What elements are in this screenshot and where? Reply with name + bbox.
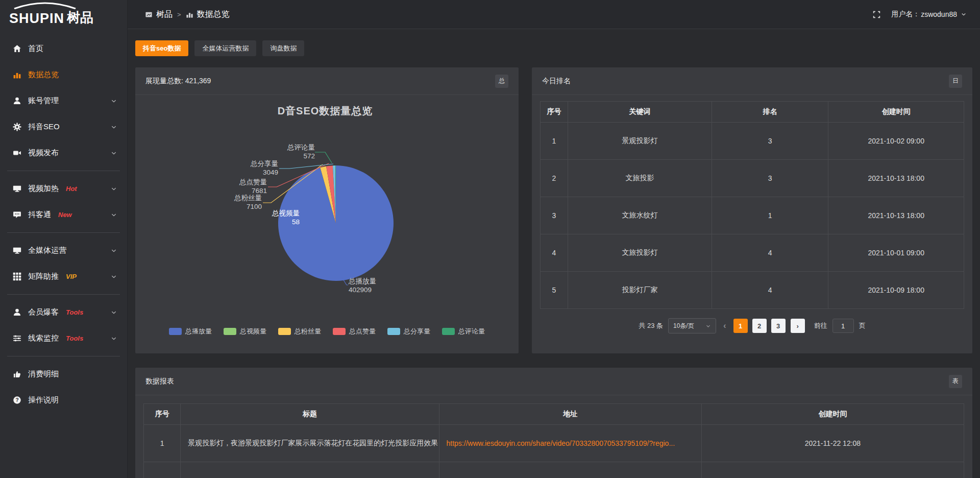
legend-label: 总分享量 xyxy=(404,327,430,336)
table-row: 1景观投影灯32021-10-02 09:00 xyxy=(541,123,964,160)
prev-page-button[interactable]: ‹ xyxy=(721,321,728,331)
sidebar-item-label: 抖客通 xyxy=(28,210,51,220)
chart-legend: 总播放量总视频量总粉丝量总点赞量总分享量总评论量 xyxy=(135,327,519,336)
content: 抖音seo数据全媒体运营数据询盘数据 展现量总数: 421,369 总 D音SE… xyxy=(128,29,980,478)
fullscreen-icon[interactable] xyxy=(872,10,881,19)
legend-item-总评论量[interactable]: 总评论量 xyxy=(442,327,485,336)
sidebar-item-badge: Tools xyxy=(66,308,83,316)
pie-label-value: 572 xyxy=(303,152,315,160)
topbar-right: 用户名： zswodun88 xyxy=(872,10,967,19)
window-icon xyxy=(145,11,153,18)
goto-label: 前往 xyxy=(814,321,827,330)
sidebar-item-label: 线索监控 xyxy=(28,333,59,343)
chevron-down-icon xyxy=(111,309,117,316)
sidebar-item-label: 会员爆客 xyxy=(28,307,59,317)
pie-label-name: 总视频量 xyxy=(272,209,300,217)
chart-icon xyxy=(186,11,193,18)
report-time-cell: 2021-11-22 12:08 xyxy=(701,425,964,462)
goto-page-input[interactable] xyxy=(832,319,854,333)
sidebar-item-label: 首页 xyxy=(28,44,43,54)
sidebar-item-消费明细[interactable]: 消费明细 xyxy=(0,361,127,387)
sidebar-item-线索监控[interactable]: 线索监控Tools xyxy=(0,325,127,351)
username: zswodun88 xyxy=(921,10,957,18)
ranking-cell: 2021-10-09 18:00 xyxy=(828,272,964,309)
top-row: 展现量总数: 421,369 总 D音SEO数据量总览总播放量402909总视频… xyxy=(135,67,972,353)
tab-询盘数据[interactable]: 询盘数据 xyxy=(262,40,304,56)
ranking-cell: 2021-10-13 18:00 xyxy=(828,160,964,197)
page-button-3[interactable]: 3 xyxy=(771,319,786,333)
goto-unit: 页 xyxy=(859,321,866,330)
legend-item-总点赞量[interactable]: 总点赞量 xyxy=(333,327,376,336)
ranking-cell: 2021-10-01 09:00 xyxy=(828,234,964,272)
logo-arc-icon xyxy=(12,2,78,9)
legend-label: 总视频量 xyxy=(240,327,266,336)
pie-label-name: 总点赞量 xyxy=(239,178,267,186)
tab-抖音seo数据[interactable]: 抖音seo数据 xyxy=(135,40,188,56)
chart-icon xyxy=(12,70,21,80)
next-page-button[interactable]: › xyxy=(791,319,805,333)
sidebar-item-label: 数据总览 xyxy=(28,70,59,80)
ranking-cell: 1 xyxy=(712,197,828,234)
chevron-down-icon xyxy=(111,212,117,218)
breadcrumb-label: 树品 xyxy=(156,9,173,20)
user-icon xyxy=(12,308,21,317)
sidebar-item-label: 账号管理 xyxy=(28,96,59,106)
sidebar-item-操作说明[interactable]: ?操作说明 xyxy=(0,387,127,413)
sidebar-item-视频加热[interactable]: 视频加热Hot xyxy=(0,176,127,202)
report-no-cell: 1 xyxy=(144,425,181,462)
ranking-header: 创建时间 xyxy=(828,102,964,123)
report-header: 创建时间 xyxy=(701,404,964,425)
sidebar-item-视频发布[interactable]: 视频发布 xyxy=(0,140,127,166)
breadcrumb-separator: > xyxy=(177,11,181,18)
legend-item-总粉丝量[interactable]: 总粉丝量 xyxy=(278,327,321,336)
breadcrumb-item-树品[interactable]: 树品 xyxy=(145,9,173,20)
home-icon xyxy=(12,44,21,54)
user-menu[interactable]: 用户名： zswodun88 xyxy=(891,10,967,19)
breadcrumb-item-数据总览[interactable]: 数据总览 xyxy=(186,9,230,20)
ranking-table: 序号关键词排名创建时间 1景观投影灯32021-10-02 09:002文旅投影… xyxy=(540,101,964,309)
ranking-header: 序号 xyxy=(541,102,568,123)
overview-badge-button[interactable]: 总 xyxy=(495,75,508,88)
page-button-2[interactable]: 2 xyxy=(752,319,767,333)
user-label: 用户名： xyxy=(891,10,920,19)
ranking-cell: 1 xyxy=(541,123,568,160)
sidebar-item-首页[interactable]: 首页 xyxy=(0,36,127,62)
sidebar-divider xyxy=(7,232,120,233)
report-title: 数据报表 xyxy=(145,377,174,386)
legend-item-总视频量[interactable]: 总视频量 xyxy=(224,327,266,336)
overview-panel: 展现量总数: 421,369 总 D音SEO数据量总览总播放量402909总视频… xyxy=(135,67,519,353)
page-size-select[interactable]: 10条/页 xyxy=(668,318,716,333)
legend-item-总播放量[interactable]: 总播放量 xyxy=(169,327,212,336)
report-cell xyxy=(181,462,439,478)
ranking-badge-button[interactable]: 日 xyxy=(949,75,962,88)
report-badge-button[interactable]: 表 xyxy=(949,375,962,388)
report-panel: 数据报表 表 序号标题地址创建时间 1景观投影灯，夜游景观投影灯厂家展示展示落花… xyxy=(135,368,972,478)
table-row: 1景观投影灯，夜游景观投影灯厂家展示展示落花灯在花园里的灯光投影应用效果 #ht… xyxy=(144,425,964,462)
breadcrumb: 树品>数据总览 xyxy=(145,9,230,20)
report-url-cell: https://www.iesdouyin.com/share/video/70… xyxy=(439,425,701,462)
legend-color-chip xyxy=(442,328,455,335)
pie-label-name: 总粉丝量 xyxy=(234,194,262,202)
topbar: 树品>数据总览 用户名： zswodun88 xyxy=(128,0,980,29)
page-button-1[interactable]: 1 xyxy=(733,319,748,333)
pie-chart: D音SEO数据量总览总播放量402909总视频量58总粉丝量7100总点赞量76… xyxy=(135,95,519,353)
table-row: 5投影灯厂家42021-10-09 18:00 xyxy=(541,272,964,309)
ranking-cell: 4 xyxy=(712,272,828,309)
ranking-cell: 景观投影灯 xyxy=(568,123,712,160)
legend-label: 总播放量 xyxy=(185,327,212,336)
report-panel-head: 数据报表 表 xyxy=(135,368,972,395)
sidebar-item-矩阵助推[interactable]: 矩阵助推VIP xyxy=(0,264,127,290)
sidebar-item-账号管理[interactable]: 账号管理 xyxy=(0,88,127,114)
sidebar-item-抖音SEO[interactable]: 抖音SEO xyxy=(0,114,127,140)
pie-label-value: 402909 xyxy=(349,286,372,294)
legend-item-总分享量[interactable]: 总分享量 xyxy=(387,327,430,336)
sidebar-item-抖客通[interactable]: 抖客通New xyxy=(0,202,127,228)
sidebar-divider xyxy=(7,171,120,171)
sidebar-item-会员爆客[interactable]: 会员爆客Tools xyxy=(0,299,127,325)
sidebar-item-全媒体运营[interactable]: 全媒体运营 xyxy=(0,237,127,264)
video-link[interactable]: https://www.iesdouyin.com/share/video/70… xyxy=(447,439,675,447)
sidebar-item-数据总览[interactable]: 数据总览 xyxy=(0,62,127,88)
tab-全媒体运营数据[interactable]: 全媒体运营数据 xyxy=(194,40,256,56)
overview-title: 展现量总数: 421,369 xyxy=(145,77,211,86)
ranking-cell: 3 xyxy=(712,160,828,197)
